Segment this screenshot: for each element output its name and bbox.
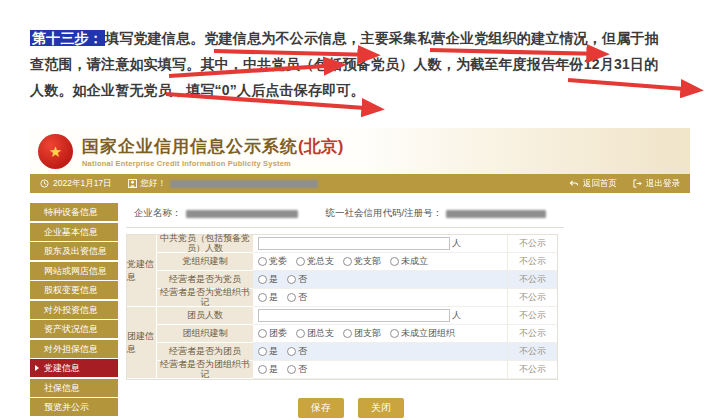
instruction-line-1: 第十三步：填写党建信息。党建信息为不公示信息，主要采集私营企业党组织的建立情况，… xyxy=(30,25,698,51)
date-text: 2022年1月17日 xyxy=(53,178,112,190)
radio-icon xyxy=(258,257,267,266)
radio-icon xyxy=(258,275,267,284)
publicity-status: 不公示 xyxy=(507,235,557,253)
sidebar-item-party-building[interactable]: 党建信息 xyxy=(30,359,118,377)
radio-league-secretary-no[interactable]: 否 xyxy=(287,363,307,376)
form-actions: 保存 关闭 xyxy=(126,398,690,418)
site-title-block: 国家企业信用信息公示系统(北京) National Enterprise Cre… xyxy=(82,135,343,168)
site-header: ★ 国家企业信用信息公示系统(北京) National Enterprise C… xyxy=(30,128,690,174)
radio-icon xyxy=(343,257,352,266)
site-title: 国家企业信用信息公示系统(北京) xyxy=(82,135,343,158)
radio-league-secretary-yes[interactable]: 是 xyxy=(258,363,278,376)
radio-label: 团支部 xyxy=(354,327,381,340)
league-members-count-input[interactable] xyxy=(258,309,450,322)
radio-icon xyxy=(287,293,296,302)
sidebar-item-investment[interactable]: 对外投资信息 xyxy=(30,301,118,319)
sidebar-item-equity-change[interactable]: 股权变更信息 xyxy=(30,281,118,299)
radio-league-not-established[interactable]: 未成立团组织 xyxy=(390,327,455,340)
publicity-status: 不公示 xyxy=(507,343,557,361)
radio-icon xyxy=(258,365,267,374)
radio-league-committee[interactable]: 团委 xyxy=(258,327,287,340)
radio-icon xyxy=(287,275,296,284)
credit-code-label: 统一社会信用代码/注册号： xyxy=(326,207,443,220)
sidebar-item-basic-info[interactable]: 企业基本信息 xyxy=(30,223,118,241)
radio-party-branch[interactable]: 党支部 xyxy=(343,255,381,268)
radio-icon xyxy=(258,347,267,356)
site-subtitle: National Enterprise Credit Information P… xyxy=(82,159,343,168)
radio-icon xyxy=(296,257,305,266)
save-button[interactable]: 保存 xyxy=(298,398,344,418)
radio-icon xyxy=(287,365,296,374)
active-arrow-icon xyxy=(35,365,39,371)
unit-suffix: 人 xyxy=(452,309,461,322)
radio-label: 否 xyxy=(298,291,307,304)
table-row: 团委 团总支 团支部 未成立团组织 xyxy=(253,325,507,343)
publicity-system-window: ★ 国家企业信用信息公示系统(北京) National Enterprise C… xyxy=(30,128,690,418)
sidebar-item-shareholders[interactable]: 股东及出资信息 xyxy=(30,242,118,260)
instruction-line-2: 查范围，请注意如实填写。其中，中共党员（包括预备党员）人数，为截至年度报告年份1… xyxy=(30,51,698,77)
row-label-operator-is-party-secretary: 经营者是否为党组织书记 xyxy=(157,289,253,307)
top-bar-right: 返回首页 退出登录 xyxy=(569,178,680,190)
redacted-user-company-name xyxy=(170,180,318,188)
radio-party-committee[interactable]: 党委 xyxy=(258,255,287,268)
greeting-text: 您好！ xyxy=(141,178,167,190)
site-body: 特种设备信息 企业基本信息 股东及出资信息 网站或网店信息 股权变更信息 对外投… xyxy=(30,196,690,418)
instruction-line-3: 人数。如企业暂无党员，填写“0”人后点击保存即可。 xyxy=(30,77,698,103)
sidebar-item-social-security[interactable]: 社保信息 xyxy=(30,379,118,397)
radio-label: 是 xyxy=(269,345,278,358)
radio-icon xyxy=(258,293,267,302)
radio-icon xyxy=(343,329,352,338)
publicity-status: 不公示 xyxy=(507,271,557,289)
radio-label: 党总支 xyxy=(307,255,334,268)
return-home-link[interactable]: 返回首页 xyxy=(569,178,617,190)
instruction-block: 第十三步：填写党建信息。党建信息为不公示信息，主要采集私营企业党组织的建立情况，… xyxy=(30,25,698,103)
radio-label: 未成立 xyxy=(401,255,428,268)
sidebar-item-special-equipment[interactable]: 特种设备信息 xyxy=(30,203,118,221)
table-row: 是 否 xyxy=(253,343,507,361)
user-icon xyxy=(128,179,137,188)
radio-label: 团总支 xyxy=(307,327,334,340)
publicity-status: 不公示 xyxy=(507,289,557,307)
radio-operator-league-yes[interactable]: 是 xyxy=(258,345,278,358)
party-members-count-input[interactable] xyxy=(258,237,450,250)
top-bar-left: 2022年1月17日 您好！ xyxy=(40,178,318,190)
radio-icon xyxy=(296,329,305,338)
sidebar-nav: 特种设备信息 企业基本信息 股东及出资信息 网站或网店信息 股权变更信息 对外投… xyxy=(30,203,118,418)
radio-label: 党支部 xyxy=(354,255,381,268)
close-button[interactable]: 关闭 xyxy=(358,398,404,418)
radio-party-not-established[interactable]: 未成立 xyxy=(390,255,428,268)
main-panel: 企业名称： 统一社会信用代码/注册号： 党建信息 中共党员（包括预备党员）人数 … xyxy=(126,203,690,418)
radio-label: 否 xyxy=(298,273,307,286)
radio-party-general-branch[interactable]: 党总支 xyxy=(296,255,334,268)
radio-label: 是 xyxy=(269,273,278,286)
radio-league-general-branch[interactable]: 团总支 xyxy=(296,327,334,340)
table-row: 是 否 xyxy=(253,271,507,289)
radio-operator-league-no[interactable]: 否 xyxy=(287,345,307,358)
company-name-label: 企业名称： xyxy=(134,207,182,220)
instruction-text-3: 人数。如企业暂无党员，填写“0”人后点击保存即可。 xyxy=(30,82,365,98)
radio-party-secretary-yes[interactable]: 是 xyxy=(258,291,278,304)
step-label: 第十三步： xyxy=(30,30,105,46)
sidebar-item-preview-publicize[interactable]: 预览并公示 xyxy=(30,398,118,416)
logout-icon xyxy=(633,179,642,188)
company-info-line: 企业名称： 统一社会信用代码/注册号： xyxy=(126,203,564,228)
party-building-form: 党建信息 中共党员（包括预备党员）人数 人 不公示 党组织建制 党委 党总支 党… xyxy=(126,234,558,380)
sidebar-item-website[interactable]: 网站或网店信息 xyxy=(30,262,118,280)
radio-party-secretary-no[interactable]: 否 xyxy=(287,291,307,304)
return-home-label: 返回首页 xyxy=(583,178,617,190)
radio-icon xyxy=(390,329,399,338)
radio-league-branch[interactable]: 团支部 xyxy=(343,327,381,340)
redacted-company-name xyxy=(186,210,298,218)
unit-suffix: 人 xyxy=(452,237,461,250)
national-emblem-icon: ★ xyxy=(38,134,73,169)
sidebar-item-assets[interactable]: 资产状况信息 xyxy=(30,320,118,338)
sidebar-item-guarantee[interactable]: 对外担保信息 xyxy=(30,340,118,358)
row-label-party-members-count: 中共党员（包括预备党员）人数 xyxy=(157,235,253,253)
radio-label: 否 xyxy=(298,363,307,376)
radio-operator-party-no[interactable]: 否 xyxy=(287,273,307,286)
logout-link[interactable]: 退出登录 xyxy=(633,178,680,190)
radio-operator-party-yes[interactable]: 是 xyxy=(258,273,278,286)
row-label-operator-is-league-secretary: 经营者是否为团组织书记 xyxy=(157,361,253,379)
radio-label: 党委 xyxy=(269,255,287,268)
logout-label: 退出登录 xyxy=(646,178,680,190)
